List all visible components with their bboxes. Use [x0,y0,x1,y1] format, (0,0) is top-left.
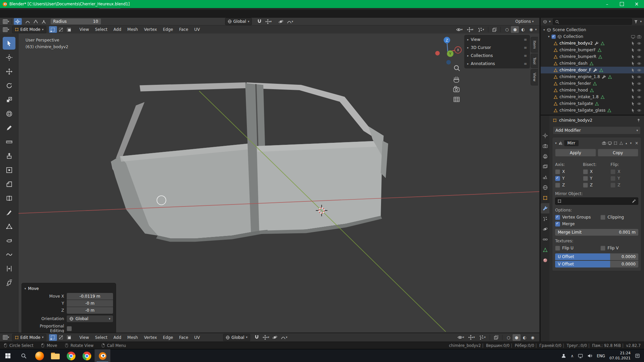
snap-settings-dropdown[interactable]: ▾ [263,18,273,25]
maximize-button[interactable] [614,0,629,8]
move-z-field[interactable]: -0 m [67,307,113,314]
tool-tweak-icon[interactable] [3,37,15,50]
modifier-editmode-toggle[interactable] [613,141,618,145]
npanel-section-annotations[interactable]: ▸Annotations≡ [464,60,530,68]
taskbar-firefox-icon[interactable] [32,349,47,362]
menu-vertex[interactable]: Vertex [141,333,160,342]
tab-render[interactable] [541,141,549,151]
outliner-row-collection[interactable]: ▾ Collection [541,33,644,40]
transform-orientation-dropdown[interactable]: Global ▾ [225,18,252,25]
tool-measure-icon[interactable] [3,135,15,148]
shading-material-button[interactable]: ◐ [519,26,527,33]
xray-toggle[interactable] [492,334,500,341]
modifier-wrench-icon[interactable] [594,41,599,46]
menu-add[interactable]: Add [110,25,124,34]
tab-output[interactable] [541,151,549,162]
menu-uv[interactable]: UV [191,25,203,34]
selectable-icon[interactable] [631,95,635,99]
npanel-tab-item[interactable]: Item [531,37,538,53]
shading-dropdown[interactable]: ▾ [535,28,537,31]
shading-rendered-button[interactable]: ◉ [529,334,537,341]
flip-y-checkbox[interactable] [610,176,615,181]
outliner-search-box[interactable] [553,18,632,25]
bisect-y-checkbox[interactable] [583,176,588,181]
menu-vertex[interactable]: Vertex [141,25,160,34]
shading-solid-button[interactable]: ● [513,334,521,341]
tool-cursor-icon[interactable] [3,51,15,64]
tool-move-icon[interactable] [3,65,15,78]
zoom-icon[interactable] [454,66,460,71]
tool-knife-icon[interactable] [3,206,15,219]
hide-eye-icon[interactable] [637,108,641,113]
modifier-wrench-icon[interactable] [593,68,597,72]
hide-eye-icon[interactable] [637,55,641,59]
tool-shear-icon[interactable] [3,276,15,289]
modifier-render-toggle[interactable] [602,141,606,145]
radius-field[interactable]: Radius 10 [51,18,101,24]
move-down-icon[interactable]: ▾ [629,142,632,145]
shading-solid-button[interactable]: ● [511,26,519,33]
outliner-editor-icon[interactable] [543,20,547,24]
npanel-section-collections[interactable]: ▸Collections≡ [464,52,530,60]
start-button[interactable] [0,349,16,362]
select-mode-vertex-button[interactable] [49,334,57,341]
tool-loopcut-icon[interactable] [3,192,15,204]
select-mode-edge-button[interactable] [57,26,65,33]
menu-add[interactable]: Add [110,333,124,342]
selectable-icon[interactable] [631,61,635,66]
outliner-item-intake[interactable]: chimère_intake_1.8 [541,94,644,100]
tray-expand-chevron[interactable]: ∧ [571,354,574,358]
hide-eye-icon[interactable] [637,102,641,106]
move-x-field[interactable]: -0.0119 m [67,293,113,300]
menu-select[interactable]: Select [92,25,110,34]
tab-physics[interactable] [541,224,549,234]
menu-edge[interactable]: Edge [160,25,176,34]
tool-polybuild-icon[interactable] [3,220,15,233]
editor-type-icon[interactable] [3,335,8,340]
select-mode-face-button[interactable] [65,334,73,341]
shading-material-button[interactable]: ◐ [521,334,529,341]
filter-icon[interactable] [634,20,638,24]
menu-edge[interactable]: Edge [160,333,176,342]
minimize-button[interactable]: – [600,0,614,8]
network-icon[interactable] [578,353,583,358]
proportional-editing-checkbox[interactable] [67,326,72,331]
modifier-cage-toggle[interactable] [619,141,623,145]
hide-eye-icon[interactable] [637,68,641,72]
snap-toggle-button[interactable] [255,18,263,25]
flip-z-checkbox[interactable] [610,183,615,188]
overlays-dropdown[interactable]: ▾ [477,334,488,341]
volume-icon[interactable] [587,353,592,358]
hide-eye-icon[interactable] [637,95,641,99]
transform-orientation-dropdown[interactable]: Global ▾ [223,334,250,341]
taskbar-chrome2-icon[interactable] [79,349,95,362]
selectable-icon[interactable] [631,88,635,93]
outliner-row-scene-collection[interactable]: ▾ Scene Collection [541,26,644,33]
axis-x-checkbox[interactable] [555,169,560,174]
hide-eye-icon[interactable] [637,61,641,66]
axis-z-checkbox[interactable] [555,183,560,188]
tool-settings-editor-icon[interactable] [3,19,8,24]
tool-inset-icon[interactable] [3,164,15,176]
menu-mesh[interactable]: Mesh [124,25,141,34]
pan-hand-icon[interactable] [454,77,459,82]
pin-icon[interactable] [637,118,641,122]
search-input[interactable] [561,19,630,24]
taskbar-clock[interactable]: 21:24 07.01.2021 [609,351,631,361]
falloff-sharp-button[interactable] [40,18,48,25]
menu-uv[interactable]: UV [191,333,203,342]
close-icon[interactable]: × [634,141,638,145]
selectable-icon[interactable] [631,41,635,46]
chevron-down-icon[interactable]: ▾ [555,142,557,145]
selectable-icon[interactable] [631,68,635,72]
move-y-field[interactable]: -0 m [67,300,113,307]
apply-button[interactable]: Apply [555,149,596,157]
shading-rendered-button[interactable]: ◉ [527,26,535,33]
move-up-icon[interactable]: ▴ [625,142,628,145]
selectable-icon[interactable] [631,108,635,113]
taskbar-search-icon[interactable] [16,349,32,362]
hide-eye-icon[interactable] [637,81,641,86]
tool-rotate-icon[interactable] [3,79,15,92]
modifier-wrench-icon[interactable] [602,75,606,79]
ortho-grid-icon[interactable] [454,97,459,102]
